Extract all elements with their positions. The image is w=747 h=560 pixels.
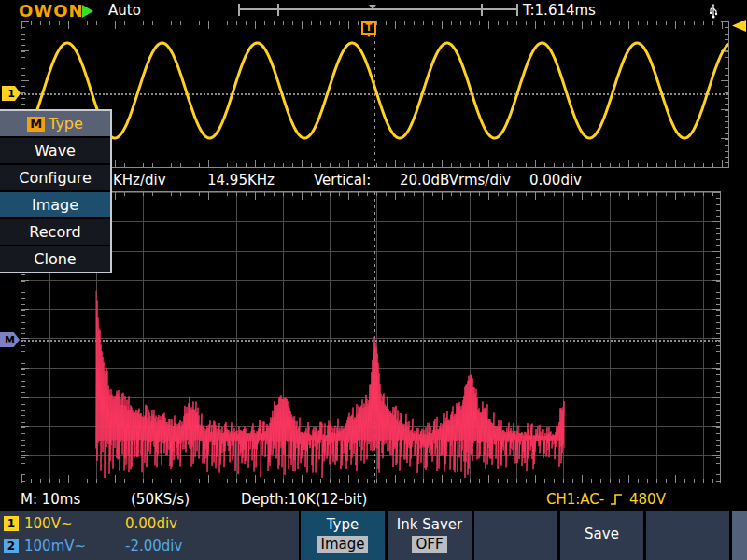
ch2-badge: 2 xyxy=(4,539,19,553)
softkey-ink-saver-value: OFF xyxy=(412,536,446,553)
menu-item-configure[interactable]: Configure xyxy=(0,165,110,190)
ch2-info-row: 2 100mV~ -2.00div xyxy=(4,538,182,553)
trigger-source-readout: CH1:AC- xyxy=(546,491,604,508)
trigger-position-view-bracket xyxy=(277,4,483,16)
softkey-save-label: Save xyxy=(560,525,643,542)
softkey-blank-1[interactable] xyxy=(474,511,557,560)
fft-trace xyxy=(21,192,720,483)
sample-rate-readout: (50KS/s) xyxy=(131,491,190,508)
fft-type-menu: M Type Wave Configure Image Record Clone xyxy=(0,109,112,273)
vertical-label: Vertical: xyxy=(314,172,371,189)
vertical-scale-readout: 20.0dBVrms/div xyxy=(400,172,511,189)
softkey-type-value: Image xyxy=(317,536,369,553)
ch1-scale: 100V~ xyxy=(24,515,125,532)
softkey-save[interactable]: Save xyxy=(560,511,643,560)
record-depth-readout: Depth:10K(12-bit) xyxy=(241,491,367,508)
ch1-waveform-trace xyxy=(21,21,728,167)
ch1-info-row: 1 100V~ 0.00div xyxy=(4,515,177,531)
ch1-offset: 0.00div xyxy=(125,515,177,532)
ch2-offset: -2.00div xyxy=(125,538,182,554)
vertical-offset-readout: 0.00div xyxy=(529,172,582,189)
rising-edge-icon xyxy=(610,492,625,506)
bottom-bar: 1 100V~ 0.00div 2 100mV~ -2.00div Type I… xyxy=(0,511,747,560)
softkey-ink-saver-label: Ink Saver xyxy=(388,516,472,533)
channel-info-panel: 1 100V~ 0.00div 2 100mV~ -2.00div xyxy=(0,511,299,560)
softkey-ink-saver[interactable]: Ink Saver OFF xyxy=(388,511,472,560)
trigger-position-bar xyxy=(238,4,518,16)
softkey-type-label: Type xyxy=(301,516,385,533)
math-badge: M xyxy=(27,117,45,132)
trigger-time-readout: T:1.614ms xyxy=(523,2,596,19)
trigger-level-marker[interactable] xyxy=(732,20,746,32)
time-domain-window: T xyxy=(21,21,729,168)
ch2-scale: 100mV~ xyxy=(24,538,125,554)
math-level-marker[interactable]: M xyxy=(0,332,20,347)
trigger-horizontal-marker[interactable]: T xyxy=(361,21,376,35)
softkey-type[interactable]: Type Image xyxy=(301,511,385,560)
ch1-level-marker[interactable]: 1 xyxy=(2,86,21,101)
softkey-page-strip xyxy=(732,511,747,560)
frequency-readout: 14.95KHz xyxy=(207,172,275,189)
timebase-readout: M: 10ms xyxy=(21,491,80,508)
trigger-level-readout: 480V xyxy=(629,491,666,508)
brand-logo: OWON xyxy=(19,1,84,21)
menu-item-record[interactable]: Record xyxy=(0,219,110,245)
usb-icon xyxy=(707,4,720,19)
softkey-blank-2[interactable] xyxy=(646,511,729,560)
ch1-badge: 1 xyxy=(4,516,19,531)
trigger-position-pointer-icon xyxy=(369,5,376,9)
menu-header: M Type xyxy=(0,111,110,136)
acquire-mode-label: Auto xyxy=(108,2,141,19)
horizontal-scale-unit: KHz/div xyxy=(113,172,166,189)
fft-spectrum-window xyxy=(21,191,721,483)
menu-title: Type xyxy=(49,115,83,133)
menu-item-clone[interactable]: Clone xyxy=(0,246,110,272)
menu-item-image[interactable]: Image xyxy=(0,192,110,217)
oscilloscope-screen: OWON Auto T:1.614ms T 1 KHz/div 14.95KHz… xyxy=(0,0,747,560)
menu-item-wave[interactable]: Wave xyxy=(0,138,110,163)
run-play-icon xyxy=(82,5,93,18)
